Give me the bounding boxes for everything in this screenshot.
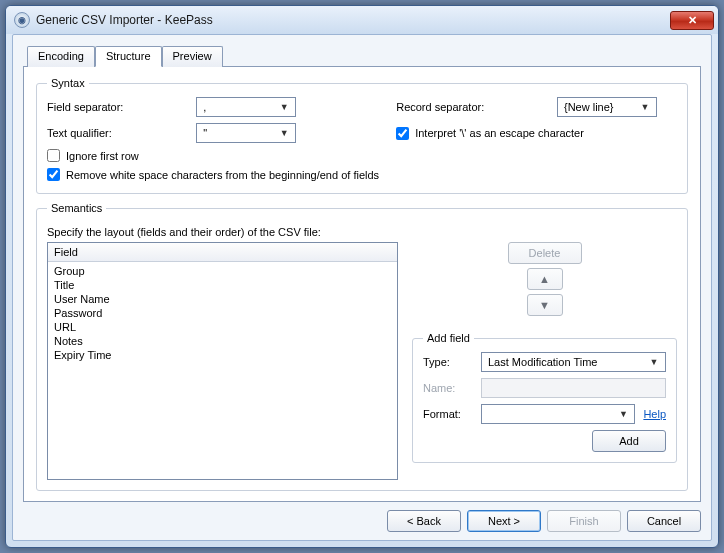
tab-structure[interactable]: Structure [95,46,162,67]
add-field-group: Add field Type: Last Modification Time ▼… [412,332,677,463]
delete-button[interactable]: Delete [508,242,582,264]
client-area: Encoding Structure Preview Syntax Field … [12,34,712,541]
list-item[interactable]: Expiry Time [48,348,397,362]
chevron-down-icon: ▼ [277,128,291,138]
field-list-body[interactable]: GroupTitleUser NamePasswordURLNotesExpir… [48,262,397,479]
field-list-header[interactable]: Field [48,243,397,262]
move-up-button[interactable]: ▲ [527,268,563,290]
list-item[interactable]: Password [48,306,397,320]
type-combo[interactable]: Last Modification Time ▼ [481,352,666,372]
syntax-group: Syntax Field separator: , ▼ Record separ… [36,77,688,194]
format-combo[interactable]: ▼ [481,404,635,424]
tab-preview[interactable]: Preview [162,46,223,67]
name-input [481,378,666,398]
record-separator-combo[interactable]: {New line} ▼ [557,97,657,117]
list-item[interactable]: URL [48,320,397,334]
chevron-down-icon: ▼ [277,102,291,112]
close-button[interactable]: ✕ [670,11,714,30]
arrow-up-icon: ▲ [539,273,550,285]
add-button[interactable]: Add [592,430,666,452]
tab-encoding[interactable]: Encoding [27,46,95,67]
record-separator-label: Record separator: [396,101,547,113]
tab-strip: Encoding Structure Preview [27,45,701,66]
record-separator-value: {New line} [564,101,614,113]
chevron-down-icon: ▼ [647,357,661,367]
move-down-button[interactable]: ▼ [527,294,563,316]
window-title: Generic CSV Importer - KeePass [36,13,670,27]
format-label: Format: [423,408,473,420]
tab-panel-structure: Syntax Field separator: , ▼ Record separ… [23,66,701,502]
back-button[interactable]: < Back [387,510,461,532]
type-value: Last Modification Time [488,356,597,368]
field-list[interactable]: Field GroupTitleUser NamePasswordURLNote… [47,242,398,480]
chevron-down-icon: ▼ [616,409,630,419]
text-qualifier-combo[interactable]: " ▼ [196,123,296,143]
interpret-escape-label: Interpret '\' as an escape character [415,127,584,139]
field-separator-label: Field separator: [47,101,186,113]
finish-button[interactable]: Finish [547,510,621,532]
name-label: Name: [423,382,473,394]
arrow-down-icon: ▼ [539,299,550,311]
remove-whitespace-label: Remove white space characters from the b… [66,169,379,181]
interpret-escape-checkbox[interactable] [396,127,409,140]
cancel-button[interactable]: Cancel [627,510,701,532]
list-item[interactable]: User Name [48,292,397,306]
semantics-group: Semantics Specify the layout (fields and… [36,202,688,491]
type-label: Type: [423,356,473,368]
specify-layout-label: Specify the layout (fields and their ord… [47,226,677,238]
app-icon: ◉ [14,12,30,28]
close-icon: ✕ [688,14,697,27]
text-qualifier-value: " [203,127,207,139]
syntax-legend: Syntax [47,77,89,89]
wizard-footer: < Back Next > Finish Cancel [23,502,701,532]
titlebar[interactable]: ◉ Generic CSV Importer - KeePass ✕ [6,6,718,34]
text-qualifier-label: Text qualifier: [47,127,186,139]
next-button[interactable]: Next > [467,510,541,532]
field-separator-value: , [203,101,206,113]
semantics-legend: Semantics [47,202,106,214]
field-separator-combo[interactable]: , ▼ [196,97,296,117]
ignore-first-row-label: Ignore first row [66,150,139,162]
list-item[interactable]: Group [48,264,397,278]
remove-whitespace-checkbox[interactable] [47,168,60,181]
add-field-legend: Add field [423,332,474,344]
window-frame: ◉ Generic CSV Importer - KeePass ✕ Encod… [5,5,719,548]
ignore-first-row-checkbox[interactable] [47,149,60,162]
list-item[interactable]: Notes [48,334,397,348]
list-item[interactable]: Title [48,278,397,292]
chevron-down-icon: ▼ [638,102,652,112]
help-link[interactable]: Help [643,408,666,420]
